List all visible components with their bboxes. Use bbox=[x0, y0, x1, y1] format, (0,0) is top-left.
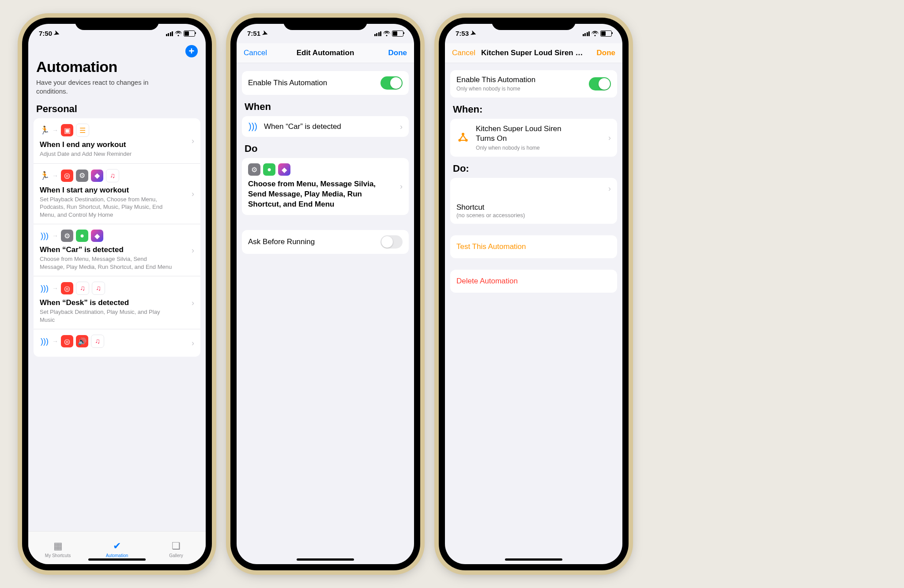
location-icon: ➤ bbox=[470, 29, 478, 38]
stack-icon: ❏ bbox=[172, 540, 181, 552]
toggle-enable[interactable] bbox=[589, 77, 611, 90]
tab-shortcuts[interactable]: ▦ My Shortcuts bbox=[28, 531, 87, 564]
automation-row[interactable]: 🏃→◎⚙◆♫ When I start any workout Set Play… bbox=[34, 163, 200, 224]
music-icon: ♫ bbox=[106, 169, 119, 182]
home-indicator[interactable] bbox=[505, 558, 562, 561]
wifi-icon bbox=[591, 31, 599, 36]
do-text: Choose from Menu, Message Silvia, Send M… bbox=[248, 179, 380, 210]
settings-icon: ⚙ bbox=[76, 170, 88, 182]
running-icon: 🏃 bbox=[40, 171, 49, 181]
section-when: When bbox=[237, 95, 414, 116]
cancel-button[interactable]: Cancel bbox=[244, 49, 270, 57]
shortcut-row[interactable]: › Shortcut (no scenes or accessories) bbox=[450, 178, 617, 224]
when-text: When “Car” is detected bbox=[264, 122, 341, 131]
automation-title: When I end any workout bbox=[40, 140, 194, 149]
automation-sub: Choose from Menu, Message Silvia, Send M… bbox=[40, 255, 172, 271]
location-icon: ➤ bbox=[53, 29, 61, 38]
airplay-icon: ◎ bbox=[61, 335, 73, 347]
enable-automation-row[interactable]: Enable This Automation Only when nobody … bbox=[450, 70, 617, 98]
cancel-button[interactable]: Cancel bbox=[452, 49, 478, 57]
signal-icon bbox=[166, 31, 173, 36]
when-row[interactable]: Kitchen Super Loud Siren Turns On Only w… bbox=[450, 119, 617, 157]
chevron-right-icon: › bbox=[192, 339, 194, 348]
arrow-icon: → bbox=[52, 285, 58, 292]
music-icon: ♫ bbox=[92, 282, 105, 295]
status-time: 7:51 bbox=[247, 30, 260, 37]
automation-title: When I start any workout bbox=[40, 186, 194, 195]
shortcut-title: Shortcut bbox=[456, 203, 611, 212]
automation-list: 🏃→▣☰ When I end any workout Adjust Date … bbox=[34, 118, 200, 357]
delete-automation-button[interactable]: Delete Automation bbox=[450, 270, 617, 293]
shortcuts-icon: ◆ bbox=[278, 163, 290, 176]
grid-icon: ▦ bbox=[53, 540, 63, 552]
nfc-icon: ))) bbox=[40, 231, 49, 241]
sound-icon: 🔊 bbox=[76, 335, 88, 347]
section-do: Do bbox=[237, 137, 414, 158]
nav-title: Edit Automation bbox=[270, 49, 380, 57]
automation-row[interactable]: )))→◎🔊♫ › bbox=[34, 329, 200, 357]
calendar-icon: ▣ bbox=[61, 124, 73, 136]
airplay-icon: ◎ bbox=[61, 170, 73, 182]
shortcuts-icon: ◆ bbox=[91, 170, 103, 182]
checkmark-seal-icon: ✔︎ bbox=[113, 540, 121, 552]
done-button[interactable]: Done bbox=[380, 49, 407, 57]
automation-sub: Adjust Date and Add New Reminder bbox=[40, 150, 172, 158]
do-row[interactable]: ⚙●◆ Choose from Menu, Message Silvia, Se… bbox=[242, 158, 409, 215]
homekit-accessory-icon bbox=[456, 131, 470, 144]
page-title: Automation bbox=[36, 58, 198, 75]
music-icon: ♫ bbox=[91, 335, 104, 348]
nfc-icon: ))) bbox=[40, 284, 49, 293]
phone-automation-list: 7:50 ➤ + Automation Have your devices re… bbox=[22, 18, 212, 570]
when-row[interactable]: ))) When “Car” is detected › bbox=[242, 116, 409, 137]
chevron-right-icon: › bbox=[192, 136, 194, 145]
nfc-icon: ))) bbox=[248, 121, 258, 132]
music-icon: ♫ bbox=[76, 282, 89, 295]
signal-icon bbox=[583, 31, 590, 36]
battery-icon bbox=[392, 30, 403, 37]
phone-edit-automation: 7:51 ➤ Cancel Edit Automation Done Enabl… bbox=[230, 18, 420, 570]
wifi-icon bbox=[175, 31, 182, 36]
ask-before-running-row[interactable]: Ask Before Running bbox=[242, 230, 409, 254]
automation-sub: Set Playback Destination, Play Music, an… bbox=[40, 308, 172, 324]
shortcuts-icon: ◆ bbox=[91, 230, 103, 242]
section-do: Do: bbox=[445, 157, 622, 178]
reminders-icon: ☰ bbox=[76, 124, 89, 137]
chevron-right-icon: › bbox=[192, 245, 194, 255]
automation-row[interactable]: )))→◎♫♫ When “Desk” is detected Set Play… bbox=[34, 276, 200, 329]
home-indicator[interactable] bbox=[297, 558, 354, 561]
arrow-icon: → bbox=[52, 127, 58, 134]
notch bbox=[283, 18, 367, 30]
chevron-right-icon: › bbox=[608, 184, 611, 193]
enable-automation-row[interactable]: Enable This Automation bbox=[242, 71, 409, 95]
toggle-enable[interactable] bbox=[380, 76, 403, 90]
test-automation-button[interactable]: Test This Automation bbox=[450, 235, 617, 258]
enable-label: Enable This Automation bbox=[456, 75, 535, 84]
tab-gallery[interactable]: ❏ Gallery bbox=[147, 531, 206, 564]
settings-icon: ⚙ bbox=[248, 163, 260, 176]
nav-title: Kitchen Super Loud Siren Turn… bbox=[478, 49, 589, 57]
tab-label: Gallery bbox=[169, 553, 183, 558]
toggle-ask[interactable] bbox=[380, 235, 403, 249]
done-button[interactable]: Done bbox=[589, 49, 615, 57]
svg-point-0 bbox=[462, 133, 464, 136]
settings-icon: ⚙ bbox=[61, 230, 73, 242]
automation-title: When “Car” is detected bbox=[40, 245, 194, 254]
notch bbox=[492, 18, 576, 30]
ask-label: Ask Before Running bbox=[248, 237, 315, 246]
page-subtitle: Have your devices react to changes in co… bbox=[36, 78, 169, 95]
battery-icon bbox=[600, 30, 612, 37]
battery-icon bbox=[184, 30, 195, 37]
section-personal: Personal bbox=[28, 97, 206, 118]
home-indicator[interactable] bbox=[88, 558, 146, 561]
arrow-icon: → bbox=[52, 338, 58, 345]
enable-label: Enable This Automation bbox=[248, 79, 327, 87]
status-time: 7:50 bbox=[39, 30, 52, 37]
notch bbox=[75, 18, 159, 30]
automation-row[interactable]: )))→⚙●◆ When “Car” is detected Choose fr… bbox=[34, 224, 200, 276]
chevron-right-icon: › bbox=[400, 182, 403, 191]
messages-icon: ● bbox=[263, 163, 275, 176]
chevron-right-icon: › bbox=[608, 133, 611, 143]
automation-row[interactable]: 🏃→▣☰ When I end any workout Adjust Date … bbox=[34, 118, 200, 163]
automation-sub: Set Playback Destination, Choose from Me… bbox=[40, 196, 172, 219]
add-button[interactable]: + bbox=[185, 45, 198, 57]
